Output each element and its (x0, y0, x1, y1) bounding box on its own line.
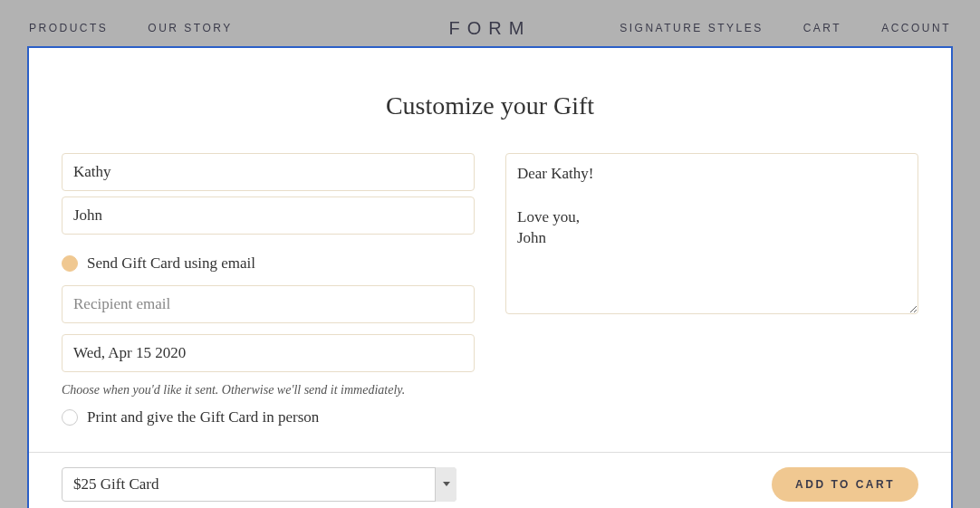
radio-email-label: Send Gift Card using email (87, 254, 255, 273)
nav-signature-styles[interactable]: SIGNATURE STYLES (620, 22, 763, 34)
nav-cart[interactable]: CART (803, 22, 841, 34)
modal-footer: $25 Gift Card ADD TO CART (29, 452, 951, 508)
sender-name-input[interactable] (62, 196, 475, 235)
site-logo[interactable]: FORM (449, 18, 532, 39)
nav-right: SIGNATURE STYLES CART ACCOUNT (620, 22, 951, 34)
gift-card-select-wrap: $25 Gift Card (62, 467, 456, 502)
nav-products[interactable]: PRODUCTS (29, 22, 108, 34)
date-helper-text: Choose when you'd like it sent. Otherwis… (62, 383, 475, 398)
nav-our-story[interactable]: OUR STORY (148, 22, 232, 34)
gift-modal: Customize your Gift Send Gift Card using… (27, 46, 953, 508)
radio-selected-icon (62, 255, 78, 272)
add-to-cart-button[interactable]: ADD TO CART (772, 467, 918, 502)
form-columns: Send Gift Card using email Choose when y… (62, 153, 918, 427)
radio-send-email[interactable]: Send Gift Card using email (62, 254, 475, 273)
recipient-email-input[interactable] (62, 285, 475, 323)
radio-print-label: Print and give the Gift Card in person (87, 408, 319, 427)
form-left-column: Send Gift Card using email Choose when y… (62, 153, 475, 427)
radio-unselected-icon (62, 409, 78, 426)
modal-body: Customize your Gift Send Gift Card using… (29, 48, 951, 452)
nav-account[interactable]: ACCOUNT (881, 22, 951, 34)
send-date-input[interactable] (62, 334, 475, 372)
nav-left: PRODUCTS OUR STORY (29, 22, 233, 34)
gift-message-textarea[interactable] (505, 153, 918, 314)
recipient-name-input[interactable] (62, 153, 475, 191)
modal-title: Customize your Gift (62, 91, 918, 120)
gift-card-select[interactable]: $25 Gift Card (62, 467, 456, 502)
radio-print[interactable]: Print and give the Gift Card in person (62, 408, 475, 427)
form-right-column (505, 153, 918, 427)
